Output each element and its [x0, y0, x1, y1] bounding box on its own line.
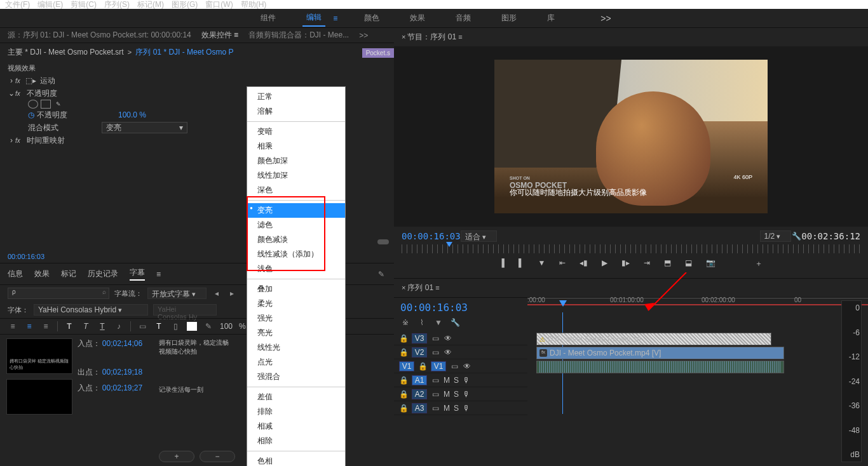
prop-motion[interactable]: ›fx ⬚▸ 运动: [0, 74, 394, 87]
blend-mode-dropdown[interactable]: 变亮▾: [102, 122, 187, 133]
track-v2[interactable]: 🔒V2▭👁: [394, 345, 527, 359]
blend-linearburn[interactable]: 线性加深: [247, 168, 345, 183]
timeline-title[interactable]: 序列 01: [407, 283, 433, 292]
tab-source[interactable]: 源：序列 01: DJI - Meet Osmo Pocket.srt: 00:…: [8, 30, 191, 41]
blend-normal[interactable]: 正常: [247, 90, 345, 104]
align-right-icon[interactable]: ≡: [41, 321, 51, 331]
tab-captions[interactable]: 字幕: [130, 267, 145, 281]
goto-out-icon[interactable]: ⇥: [644, 258, 650, 269]
blend-colordodge[interactable]: 颜色减淡: [247, 232, 345, 247]
menu-marker[interactable]: 标记(M): [137, 0, 164, 10]
clip-video[interactable]: fxDJI - Meet Osmo Pocket.mp4 [V]: [536, 347, 784, 359]
caption-row-1[interactable]: 入点： 00;02;14;06 出点： 00;02;19;18: [78, 338, 154, 378]
ws-tab-library[interactable]: 库: [543, 10, 559, 26]
opacity-value[interactable]: 100: [220, 322, 233, 331]
ws-tab-audio[interactable]: 音频: [452, 10, 475, 26]
blend-pinlight[interactable]: 点光: [247, 355, 345, 369]
menu-graphics[interactable]: 图形(G): [172, 0, 198, 10]
timeline-content[interactable]: DJI - Meet Osmo Pocket.srt fxDJI - Meet …: [527, 331, 868, 415]
program-timecode[interactable]: 00:00:16:03: [402, 231, 461, 241]
blend-hardlight[interactable]: 强光: [247, 311, 345, 326]
play-icon[interactable]: ▶: [602, 258, 607, 269]
eyedropper2-icon[interactable]: ✎: [203, 321, 214, 331]
stream-select[interactable]: 开放式字幕 ▾: [147, 288, 207, 299]
caption-text-2[interactable]: 记录生活每一刻: [159, 385, 229, 394]
font-select[interactable]: YaHei Consolas Hybrid ▾: [34, 304, 148, 316]
eyedropper-icon[interactable]: ✎: [376, 269, 386, 279]
search-input[interactable]: ρ: [8, 288, 109, 299]
menu-edit[interactable]: 编辑(E): [37, 0, 63, 10]
effect-timecode[interactable]: 00:00:16:03: [8, 253, 44, 260]
timeline-playhead[interactable]: [559, 300, 567, 307]
menu-clip[interactable]: 剪辑(C): [71, 0, 97, 10]
ws-tab-color[interactable]: 颜色: [360, 10, 383, 26]
caption-text-1[interactable]: 拥有口袋灵眸，稳定流畅视频随心快拍: [159, 338, 229, 356]
mask-ellipse-icon[interactable]: [28, 100, 38, 109]
text-fill-icon[interactable]: T: [154, 321, 164, 331]
color-swatch[interactable]: [187, 322, 197, 331]
goto-in-icon[interactable]: ⇤: [559, 258, 566, 269]
underline-icon[interactable]: T: [97, 321, 107, 331]
lift-icon[interactable]: ⬒: [664, 258, 671, 269]
program-playhead[interactable]: [446, 242, 452, 247]
blend-lightercolor[interactable]: 浅色: [247, 262, 345, 276]
extract-icon[interactable]: ⬓: [685, 258, 692, 269]
tab-markers[interactable]: 标记: [61, 269, 76, 279]
track-a2[interactable]: 🔒A2▭MS🎙: [394, 387, 527, 401]
mark-in-icon[interactable]: ▐: [499, 258, 505, 269]
step-back-icon[interactable]: ◂▮: [580, 258, 588, 269]
menu-file[interactable]: 文件(F): [5, 0, 30, 10]
track-v3[interactable]: 🔒V3▭👁: [394, 331, 527, 345]
blend-screen[interactable]: 滤色: [247, 218, 345, 232]
blend-lighten[interactable]: 变亮: [247, 203, 345, 218]
marker-add-icon[interactable]: ▼: [433, 317, 444, 328]
track-v1[interactable]: V1🔒V1▭👁: [394, 359, 527, 373]
blend-darken[interactable]: 变暗: [247, 124, 345, 139]
app-menubar[interactable]: 文件(F) 编辑(E) 剪辑(C) 序列(S) 标记(M) 图形(G) 窗口(W…: [0, 0, 868, 9]
timeline-ruler[interactable]: :00:00 00:01:00:00 00:02:00:00 00: [527, 298, 868, 328]
italic-icon[interactable]: T: [81, 321, 91, 331]
ws-menu-icon[interactable]: ≡: [333, 14, 337, 23]
tab-more-icon[interactable]: >>: [359, 31, 368, 40]
ws-tab-edit[interactable]: 编辑: [302, 10, 325, 27]
ws-tab-assembly[interactable]: 组件: [257, 10, 280, 26]
menu-help[interactable]: 帮助(H): [241, 0, 267, 10]
tab-effect-controls[interactable]: 效果控件 ≡: [201, 30, 238, 41]
breadcrumb-seq[interactable]: 序列 01 * DJI - Meet Osmo P: [135, 48, 233, 57]
fit-select[interactable]: 适合 ▾: [461, 230, 497, 242]
note-icon[interactable]: ♪: [114, 321, 124, 331]
font-select2[interactable]: YaHei Consolas Hy: [153, 304, 217, 316]
align-left-icon[interactable]: ≡: [8, 321, 18, 331]
link-icon[interactable]: ⌇: [417, 317, 427, 328]
marker-icon[interactable]: ▼: [538, 258, 546, 269]
blend-hardmix[interactable]: 强混合: [247, 369, 345, 384]
menu-sequence[interactable]: 序列(S): [104, 0, 130, 10]
ws-tab-graphics[interactable]: 图形: [498, 10, 520, 26]
bg-box-icon[interactable]: ▭: [137, 321, 147, 331]
program-ruler[interactable]: [402, 244, 860, 253]
mark-out-icon[interactable]: ▌: [519, 258, 524, 269]
ws-more-icon[interactable]: >>: [600, 13, 611, 23]
caption-remove-button[interactable]: −: [200, 451, 235, 462]
step-fwd-icon[interactable]: ▮▸: [621, 258, 630, 269]
clip-srt[interactable]: DJI - Meet Osmo Pocket.srt: [536, 333, 771, 345]
blend-overlay[interactable]: 叠加: [247, 282, 345, 296]
blend-multiply[interactable]: 相乘: [247, 139, 345, 154]
mask-rect-icon[interactable]: [41, 100, 51, 109]
chevron-left-icon[interactable]: ◂: [212, 288, 222, 298]
blend-dissolve[interactable]: 溶解: [247, 104, 345, 119]
zoom-select[interactable]: 1/2 ▾: [760, 230, 792, 242]
caption-thumb-2[interactable]: [6, 379, 72, 415]
align-center-icon[interactable]: ≡: [24, 321, 34, 331]
blend-hue[interactable]: 色相: [247, 454, 345, 466]
bg-off-icon[interactable]: ▯: [170, 321, 180, 331]
track-a1[interactable]: 🔒A1▭MS🎙: [394, 373, 527, 387]
tab-history[interactable]: 历史记录: [88, 269, 118, 279]
program-title[interactable]: 节目：序列 01: [407, 32, 456, 41]
chevron-right-icon[interactable]: ▸: [227, 288, 237, 298]
export-frame-icon[interactable]: 📷: [706, 258, 715, 269]
mask-pen-icon[interactable]: ✎: [53, 100, 64, 109]
tab-audio-mixer[interactable]: 音频剪辑混合器：DJI - Mee...: [248, 30, 349, 41]
panel-menu-icon[interactable]: ≡: [156, 270, 161, 279]
snap-icon[interactable]: ※: [400, 317, 410, 328]
